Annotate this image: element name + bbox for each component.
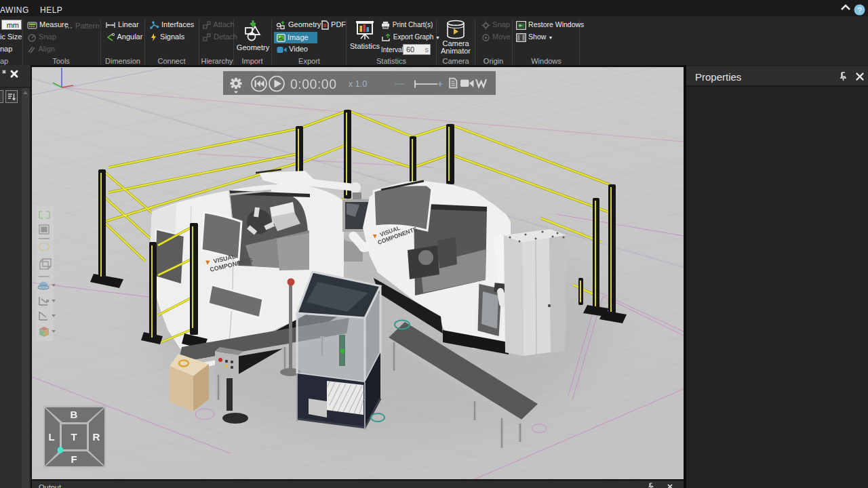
- svg-text:x 1.0: x 1.0: [349, 79, 367, 89]
- svg-text:T: T: [71, 431, 77, 443]
- svg-text:B: B: [71, 409, 78, 420]
- svg-text:?: ?: [857, 6, 861, 14]
- svg-text:R: R: [93, 431, 100, 443]
- svg-text:F: F: [71, 453, 77, 465]
- svg-text:0:00:00: 0:00:00: [290, 77, 337, 92]
- svg-text:L: L: [48, 431, 54, 443]
